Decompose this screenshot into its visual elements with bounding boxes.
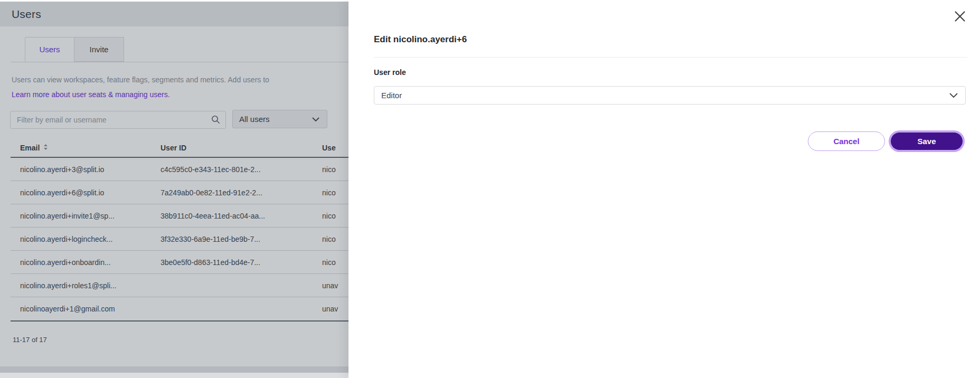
close-icon[interactable] bbox=[953, 10, 967, 23]
user-role-label: User role bbox=[374, 68, 406, 77]
user-role-select[interactable]: Editor bbox=[374, 86, 966, 105]
save-button[interactable]: Save bbox=[891, 133, 963, 150]
chevron-down-icon bbox=[949, 91, 958, 100]
cancel-button[interactable]: Cancel bbox=[808, 131, 885, 151]
bottom-edge-strip bbox=[0, 373, 348, 378]
modal-title: Edit nicolino.ayerdi+6 bbox=[374, 34, 467, 45]
screen: Users Users Invite Users can view worksp… bbox=[0, 0, 980, 378]
edit-user-modal: Edit nicolino.ayerdi+6 User role Editor … bbox=[348, 0, 980, 378]
user-role-value: Editor bbox=[381, 91, 402, 100]
modal-overlay-scrim bbox=[0, 2, 348, 373]
modal-divider bbox=[374, 57, 967, 58]
